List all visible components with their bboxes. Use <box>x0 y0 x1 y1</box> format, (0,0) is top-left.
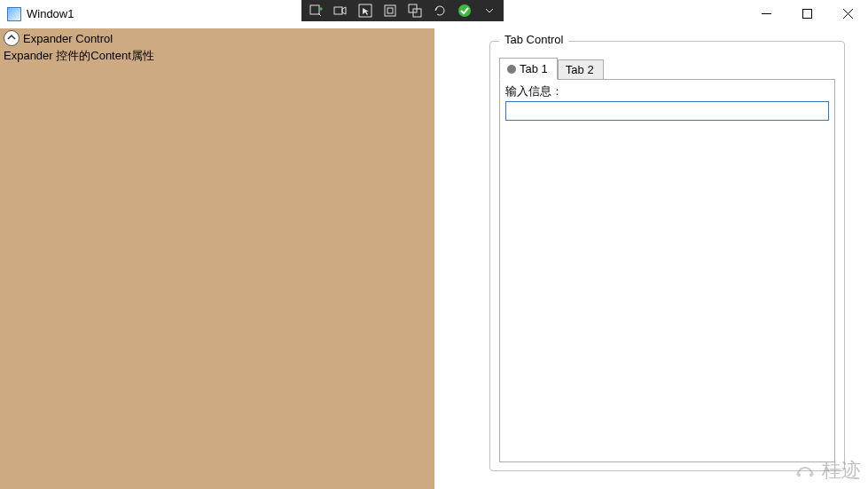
content-area: Expander Control Expander 控件的Content属性 T… <box>0 28 868 489</box>
app-icon <box>7 7 21 21</box>
toolbar-layout-icon[interactable] <box>379 1 401 20</box>
svg-rect-1 <box>334 7 342 14</box>
svg-rect-3 <box>385 5 395 16</box>
toolbar-dropdown-icon[interactable] <box>479 1 500 20</box>
tab-1[interactable]: Tab 1 <box>499 58 558 80</box>
window-controls <box>746 0 868 28</box>
tab-2-label: Tab 2 <box>566 63 594 76</box>
toolbar-refresh-icon[interactable] <box>429 1 450 20</box>
minimize-button[interactable] <box>746 0 786 27</box>
right-pane: Tab Control Tab 1 Tab 2 输入信息： <box>434 28 868 489</box>
close-button[interactable] <box>827 0 868 27</box>
expander-toggle-icon[interactable] <box>4 30 20 46</box>
input-field[interactable] <box>505 101 829 121</box>
toolbar-inspect-icon[interactable] <box>305 1 326 20</box>
designer-toolbar <box>301 0 504 21</box>
tab-2[interactable]: Tab 2 <box>558 59 604 80</box>
svg-point-7 <box>458 4 471 17</box>
input-label: 输入信息： <box>505 83 829 99</box>
svg-rect-4 <box>387 8 393 13</box>
window-title: Window1 <box>27 7 74 20</box>
toolbar-ok-icon[interactable] <box>454 1 475 20</box>
svg-rect-0 <box>310 5 319 14</box>
expander-header[interactable]: Expander Control <box>0 28 434 48</box>
toolbar-select-icon[interactable] <box>355 1 376 20</box>
maximize-button[interactable] <box>786 0 827 27</box>
toolbar-record-icon[interactable] <box>330 1 351 20</box>
svg-rect-8 <box>802 9 811 18</box>
titlebar: Window1 <box>0 0 868 28</box>
tab-dot-icon <box>507 65 516 74</box>
groupbox-header: Tab Control <box>499 33 568 46</box>
toolbar-group-icon[interactable] <box>404 1 426 20</box>
left-pane: Expander Control Expander 控件的Content属性 <box>0 28 434 489</box>
tab-headers: Tab 1 Tab 2 <box>499 58 835 80</box>
tabcontrol: Tab 1 Tab 2 输入信息： <box>499 58 835 462</box>
tab-1-label: Tab 1 <box>520 62 548 75</box>
expander-content: Expander 控件的Content属性 <box>0 48 434 64</box>
expander-title: Expander Control <box>23 32 113 45</box>
groupbox: Tab Control Tab 1 Tab 2 输入信息： <box>489 41 845 471</box>
tab-body: 输入信息： <box>499 79 835 462</box>
